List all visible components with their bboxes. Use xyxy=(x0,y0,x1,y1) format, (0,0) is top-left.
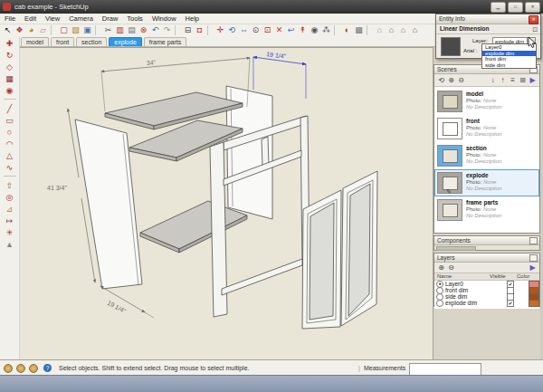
erase-icon[interactable]: ⊗ xyxy=(138,25,149,35)
collapse-icon[interactable] xyxy=(529,237,538,244)
rotate-tool-icon[interactable]: ↻ xyxy=(3,50,17,62)
add-layer-icon[interactable]: ⊕ xyxy=(436,263,446,272)
scene-tab-frame-parts[interactable]: frame parts xyxy=(144,37,186,46)
dimension-label-34[interactable]: 34" xyxy=(146,59,156,66)
dimension-tool-icon[interactable]: ↦ xyxy=(3,215,17,227)
layer-color-swatch[interactable] xyxy=(529,300,539,307)
orbit-icon[interactable]: ⟲ xyxy=(226,25,238,35)
geolocation-icon[interactable] xyxy=(4,364,13,373)
scene-item-model[interactable]: model Photo: None No Description xyxy=(434,88,539,115)
top-shelf[interactable] xyxy=(105,92,243,129)
dimension-label-19-1-4-bottom[interactable]: 19 1/4" xyxy=(107,300,128,315)
walk-icon[interactable]: ⁂ xyxy=(320,25,332,35)
scene-tab-model[interactable]: model xyxy=(21,37,49,46)
eraser-tool-icon[interactable]: ▲ xyxy=(3,239,17,251)
redo-icon[interactable]: ↷ xyxy=(161,25,173,35)
select-tool-icon[interactable]: ↖ xyxy=(2,25,14,35)
show-details-icon[interactable]: ⊞ xyxy=(518,75,528,85)
layer-menu-icon[interactable]: ▶ xyxy=(528,263,538,272)
claim-model-icon[interactable] xyxy=(29,364,38,373)
move-tool-icon[interactable]: ✚ xyxy=(3,38,17,50)
offset-tool-icon[interactable]: ◎ xyxy=(3,192,17,204)
scene-tab-section[interactable]: section xyxy=(76,37,107,46)
line-tool-icon[interactable]: ╱ xyxy=(3,103,17,115)
wireframe-style-icon[interactable]: ⌂ xyxy=(386,25,397,35)
cabinet-door-right[interactable] xyxy=(341,171,377,326)
arc-tool-icon[interactable]: ◠ xyxy=(3,139,17,150)
drawing-canvas[interactable]: 34" 41 3/4" 19 1/4" 19 1/4" xyxy=(20,47,433,360)
menu-tools[interactable]: Tools xyxy=(122,14,148,23)
dimension-19-1-4-selected[interactable] xyxy=(253,57,306,99)
measurements-input[interactable] xyxy=(409,363,481,376)
pushpull-tool-icon[interactable]: ⇧ xyxy=(3,180,17,192)
scene-item-explode[interactable]: ✎ explode Photo: None No Description xyxy=(434,169,539,196)
position-camera-icon[interactable]: ↟ xyxy=(297,25,309,35)
menu-view[interactable]: View xyxy=(41,14,64,23)
components-panel-titlebar[interactable]: Components xyxy=(434,236,539,245)
bottom-shelf[interactable] xyxy=(140,201,247,253)
layer-row-layer0[interactable]: ● Layer0 ✔ xyxy=(434,281,539,287)
scene-item-front[interactable]: front Photo: None No Description xyxy=(434,115,539,142)
menu-window[interactable]: Window xyxy=(148,14,181,23)
print-icon[interactable]: ⊟ xyxy=(182,25,194,35)
scene-tab-front[interactable]: front xyxy=(51,37,74,46)
dropdown-option-side-dim[interactable]: side dim xyxy=(482,62,536,69)
components-scroll-strip[interactable] xyxy=(434,245,539,250)
paint-bucket-icon[interactable]: ◕ xyxy=(25,25,37,35)
layers-panel-titlebar[interactable]: Layers xyxy=(434,253,539,263)
save-icon[interactable]: ▣ xyxy=(81,25,93,35)
cut-icon[interactable]: ✂ xyxy=(102,25,114,35)
collapse-icon[interactable] xyxy=(529,254,538,262)
undo-icon[interactable]: ↶ xyxy=(149,25,161,35)
layer-row-explode-dim[interactable]: explode dim ✔ xyxy=(434,300,539,306)
previous-view-icon[interactable]: ↩ xyxy=(285,25,297,35)
zoom-window-icon[interactable]: ⊡ xyxy=(262,25,273,35)
section-display-icon[interactable]: ▩ xyxy=(353,25,365,35)
minimize-button[interactable]: ▁ xyxy=(491,2,506,13)
scale-tool-icon[interactable]: ◇ xyxy=(3,62,17,73)
scene-menu-icon[interactable]: ▶ xyxy=(528,75,538,85)
make-component-icon[interactable]: ❖ xyxy=(14,25,25,35)
exploded-cabinet-drawing[interactable]: 34" 41 3/4" 19 1/4" 19 1/4" xyxy=(20,48,433,360)
scrollbar-thumb[interactable] xyxy=(436,246,476,251)
dimension-label-41-3-4[interactable]: 41 3/4" xyxy=(47,185,67,191)
axes-icon[interactable]: ✛ xyxy=(214,25,226,35)
menu-help[interactable]: Help xyxy=(181,14,204,23)
scene-tab-explode[interactable]: explode xyxy=(109,37,142,46)
update-scene-icon[interactable]: ⟲ xyxy=(436,75,446,85)
scene-item-section[interactable]: section Photo: None No Description xyxy=(434,142,539,169)
paste-icon[interactable]: ▤ xyxy=(126,25,138,35)
shaded-style-icon[interactable]: ⌂ xyxy=(409,25,421,35)
remove-layer-icon[interactable]: ⊖ xyxy=(446,263,456,272)
close-button[interactable]: ✕ xyxy=(525,2,540,13)
orbit-tool-icon[interactable]: ◉ xyxy=(3,85,17,97)
new-file-icon[interactable]: ▢ xyxy=(58,25,70,35)
credits-icon[interactable] xyxy=(16,364,25,373)
hiddenline-style-icon[interactable]: ⌂ xyxy=(397,25,409,35)
menu-camera[interactable]: Camera xyxy=(64,14,98,23)
dimension-color-swatch[interactable] xyxy=(441,37,461,56)
zoom-extents-icon[interactable]: ✕ xyxy=(273,25,285,35)
layer-radio[interactable] xyxy=(436,300,443,307)
look-around-icon[interactable]: ◉ xyxy=(309,25,320,35)
xray-style-icon[interactable]: ⌂ xyxy=(374,25,386,35)
menu-draw[interactable]: Draw xyxy=(98,14,123,23)
menu-edit[interactable]: Edit xyxy=(20,14,41,23)
rectangle-tool-icon[interactable]: ▭ xyxy=(3,115,17,127)
move-scene-up-icon[interactable]: ↑ xyxy=(498,75,508,85)
open-file-icon[interactable]: ▧ xyxy=(70,25,81,35)
layer-visible-checkbox[interactable]: ✔ xyxy=(507,300,514,307)
remove-scene-icon[interactable]: ⊖ xyxy=(456,75,466,85)
cabinet-door-left[interactable] xyxy=(302,190,341,329)
help-icon[interactable]: ? xyxy=(43,364,52,372)
view-options-icon[interactable]: ≡ xyxy=(508,75,518,85)
eraser-icon[interactable]: ▱ xyxy=(37,25,49,35)
copy-icon[interactable]: ▥ xyxy=(114,25,126,35)
title-bar[interactable]: cab example - SketchUp ▁ □ ✕ xyxy=(0,0,543,14)
model-info-icon[interactable]: ◘ xyxy=(194,25,205,35)
freehand-tool-icon[interactable]: ∿ xyxy=(3,162,17,174)
polygon-tool-icon[interactable]: △ xyxy=(3,150,17,162)
left-side-panel[interactable] xyxy=(75,120,142,289)
menu-file[interactable]: File xyxy=(0,14,20,23)
zoom-icon[interactable]: ⊙ xyxy=(250,25,262,35)
